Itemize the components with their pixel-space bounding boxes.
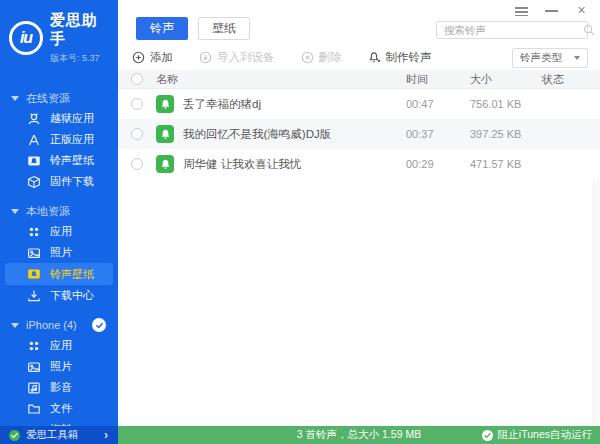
- row-select-radio[interactable]: [131, 98, 143, 110]
- minimize-icon[interactable]: [545, 5, 558, 16]
- header-size[interactable]: 大小: [470, 72, 542, 87]
- header-time[interactable]: 时间: [406, 72, 470, 87]
- ringtone-type-dropdown[interactable]: 铃声类型: [512, 48, 588, 68]
- toolbox-footer-button[interactable]: 爱思工具箱 ›: [0, 426, 118, 444]
- toolbar: 添加 导入到设备 删除 制作铃声 铃声类型: [118, 45, 600, 70]
- plus-circle-icon: [132, 51, 145, 64]
- tab-wallpapers[interactable]: 壁纸: [198, 17, 250, 40]
- jailbreak-app-icon: [27, 112, 41, 126]
- sidebar-item-label: 应用: [50, 338, 72, 353]
- toolbox-check-icon: [9, 430, 20, 441]
- table-header: 名称 时间 大小 状态: [118, 70, 600, 89]
- sidebar-item-firmware-download[interactable]: 固件下载: [0, 171, 118, 192]
- make-ringtone-button[interactable]: 制作铃声: [368, 50, 432, 65]
- ringtone-name: 丢了幸福的猪dj: [183, 97, 261, 112]
- sidebar-item-local-photos[interactable]: 照片: [0, 242, 118, 263]
- sidebar-item-local-apps[interactable]: 应用: [0, 221, 118, 242]
- chevron-down-icon: [11, 209, 19, 214]
- itunes-autorun-toggle[interactable]: 阻止iTunes自动运行: [482, 428, 592, 442]
- apps-grid-icon: [27, 339, 41, 353]
- sidebar-item-local-ringtone-wallpaper[interactable]: 铃声壁纸: [5, 263, 113, 285]
- content-tabs: 铃声 壁纸: [136, 17, 250, 40]
- ringtone-type-label: 铃声类型: [520, 51, 562, 65]
- app-version: 版本号: 5.37: [50, 52, 110, 65]
- bell-plus-icon: [368, 51, 381, 64]
- sidebar-item-label: 照片: [50, 359, 72, 374]
- scrollbar[interactable]: [593, 179, 600, 426]
- import-to-device-button[interactable]: 导入到设备: [199, 50, 275, 65]
- ringtone-bell-icon: [156, 125, 174, 143]
- sidebar-item-ringtone-wallpaper-online[interactable]: 铃声壁纸: [0, 150, 118, 171]
- sidebar-item-device-files[interactable]: 文件: [0, 398, 118, 419]
- sidebar-item-label: 正版应用: [50, 132, 94, 147]
- chevron-right-icon: ›: [104, 428, 108, 442]
- table-row[interactable]: 周华健 让我欢喜让我忧 00:29 471.57 KB: [118, 149, 600, 179]
- chevron-down-icon: [574, 56, 580, 60]
- apps-grid-icon: [27, 225, 41, 239]
- section-local-resources[interactable]: 本地资源: [0, 201, 118, 221]
- header-name[interactable]: 名称: [156, 72, 406, 87]
- sidebar-item-label: 照片: [50, 245, 72, 260]
- device-connected-check-icon: [92, 318, 106, 332]
- x-circle-icon: [301, 51, 314, 64]
- files-icon: [27, 402, 41, 416]
- ringtone-time: 00:47: [406, 98, 470, 110]
- chevron-down-icon: [11, 96, 19, 101]
- sidebar-item-device-media[interactable]: 影音: [0, 377, 118, 398]
- photos-icon: [27, 246, 41, 260]
- search-input[interactable]: [437, 24, 583, 36]
- section-label: 本地资源: [26, 204, 70, 219]
- ringtone-size: 756.01 KB: [470, 98, 542, 110]
- select-all-radio[interactable]: [131, 73, 143, 85]
- ringtone-bell-icon: [156, 155, 174, 173]
- menu-icon[interactable]: [515, 5, 528, 16]
- sidebar-item-genuine-apps[interactable]: 正版应用: [0, 129, 118, 150]
- import-button-label: 导入到设备: [217, 50, 275, 65]
- sidebar-item-device-data[interactable]: 资料: [0, 419, 118, 426]
- sidebar-item-label: 铃声壁纸: [50, 267, 94, 282]
- row-select-radio[interactable]: [131, 158, 143, 170]
- ringtone-time: 00:37: [406, 128, 470, 140]
- sidebar-item-device-photos[interactable]: 照片: [0, 356, 118, 377]
- data-list-icon: [27, 423, 41, 427]
- chevron-down-icon: [11, 323, 19, 328]
- list-empty-area: [118, 179, 600, 426]
- sidebar-item-label: 固件下载: [50, 174, 94, 189]
- itunes-toggle-label: 阻止iTunes自动运行: [498, 428, 592, 442]
- sidebar-item-download-center[interactable]: 下载中心: [0, 285, 118, 306]
- delete-button[interactable]: 删除: [301, 50, 342, 65]
- section-iphone[interactable]: iPhone (4): [0, 315, 118, 335]
- ringtone-time: 00:29: [406, 158, 470, 170]
- check-circle-icon: [482, 430, 493, 441]
- ringtone-size: 471.57 KB: [470, 158, 542, 170]
- ringtone-wallpaper-icon: [27, 267, 41, 281]
- topbar: 铃声 壁纸 ×: [118, 0, 600, 45]
- search-box: [436, 21, 588, 39]
- genuine-app-icon: [27, 133, 41, 147]
- toolbox-label: 爱思工具箱: [26, 428, 104, 442]
- add-button[interactable]: 添加: [132, 50, 173, 65]
- add-button-label: 添加: [150, 50, 173, 65]
- close-icon[interactable]: ×: [575, 5, 588, 16]
- search-icon[interactable]: [583, 24, 595, 36]
- make-ringtone-label: 制作铃声: [386, 50, 432, 65]
- table-row[interactable]: 丢了幸福的猪dj 00:47 756.01 KB: [118, 89, 600, 119]
- sidebar-item-label: 影音: [50, 380, 72, 395]
- sidebar-item-label: 文件: [50, 401, 72, 416]
- ringtone-size: 397.25 KB: [470, 128, 542, 140]
- app-window: iu 爱思助手 版本号: 5.37 在线资源 越狱应用: [0, 0, 600, 444]
- table-row[interactable]: 我的回忆不是我(海鸣威)DJ版 00:37 397.25 KB: [118, 119, 600, 149]
- sidebar-item-label: 资料: [50, 422, 72, 426]
- section-label: iPhone (4): [26, 319, 77, 331]
- ringtone-wallpaper-icon: [27, 154, 41, 168]
- tab-ringtones[interactable]: 铃声: [136, 17, 188, 40]
- logo-icon: iu: [9, 21, 43, 55]
- sidebar-item-label: 越狱应用: [50, 111, 94, 126]
- row-select-radio[interactable]: [131, 128, 143, 140]
- sidebar-item-device-apps[interactable]: 应用: [0, 335, 118, 356]
- sidebar-item-jailbreak-apps[interactable]: 越狱应用: [0, 108, 118, 129]
- window-controls: ×: [515, 5, 588, 16]
- section-online-resources[interactable]: 在线资源: [0, 88, 118, 108]
- status-bar: 3 首铃声，总大小 1.59 MB 阻止iTunes自动运行: [118, 426, 600, 444]
- header-status[interactable]: 状态: [542, 72, 600, 87]
